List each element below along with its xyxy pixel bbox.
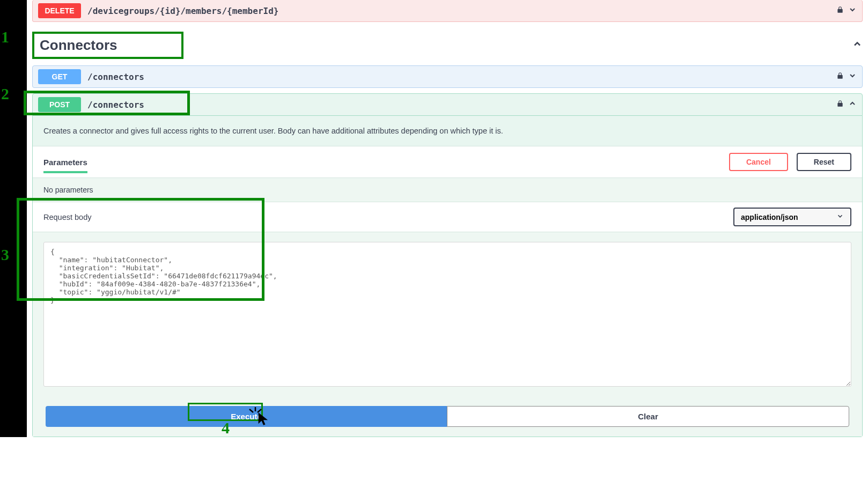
operation-path: /connectors — [87, 100, 144, 110]
no-parameters-text: No parameters — [33, 178, 862, 202]
operation-description: Creates a connector and gives full acces… — [33, 116, 862, 146]
clear-button[interactable]: Clear — [447, 406, 849, 427]
content-type-select[interactable]: application/json — [733, 208, 851, 226]
request-body-label: Request body — [43, 213, 91, 221]
chevron-up-icon[interactable] — [852, 39, 863, 52]
execute-button[interactable]: Execute — [46, 406, 447, 427]
chevron-down-icon[interactable] — [848, 5, 857, 16]
cursor-arrow-icon — [256, 411, 271, 430]
content-type-value: application/json — [741, 213, 798, 221]
lock-icon[interactable] — [836, 100, 844, 109]
annotation-number-4: 4 — [222, 419, 230, 437]
annotation-number-1: 1 — [1, 28, 9, 46]
tab-parameters[interactable]: Parameters — [43, 158, 87, 173]
method-badge-post: POST — [38, 97, 81, 112]
cancel-button[interactable]: Cancel — [729, 153, 788, 171]
section-heading-connectors[interactable]: Connectors — [32, 32, 183, 59]
method-badge-delete: DELETE — [38, 3, 81, 18]
operation-path: /connectors — [87, 72, 144, 82]
method-badge-get: GET — [38, 69, 81, 84]
operation-post-connectors[interactable]: POST /connectors — [32, 93, 863, 116]
lock-icon[interactable] — [836, 6, 844, 16]
operation-get-connectors[interactable]: GET /connectors — [32, 65, 863, 88]
request-body-editor[interactable] — [43, 242, 851, 387]
lock-icon[interactable] — [836, 72, 844, 82]
operation-post-expanded: Creates a connector and gives full acces… — [32, 116, 863, 437]
chevron-down-icon[interactable] — [848, 71, 857, 82]
chevron-up-icon[interactable] — [848, 99, 857, 110]
annotation-number-3: 3 — [1, 246, 9, 264]
reset-button[interactable]: Reset — [797, 153, 851, 171]
annotation-number-2: 2 — [1, 85, 9, 103]
svg-line-0 — [249, 409, 253, 412]
operation-path: /devicegroups/{id}/members/{memberId} — [87, 6, 278, 16]
chevron-down-icon — [836, 212, 844, 221]
operation-delete[interactable]: DELETE /devicegroups/{id}/members/{membe… — [32, 0, 863, 22]
